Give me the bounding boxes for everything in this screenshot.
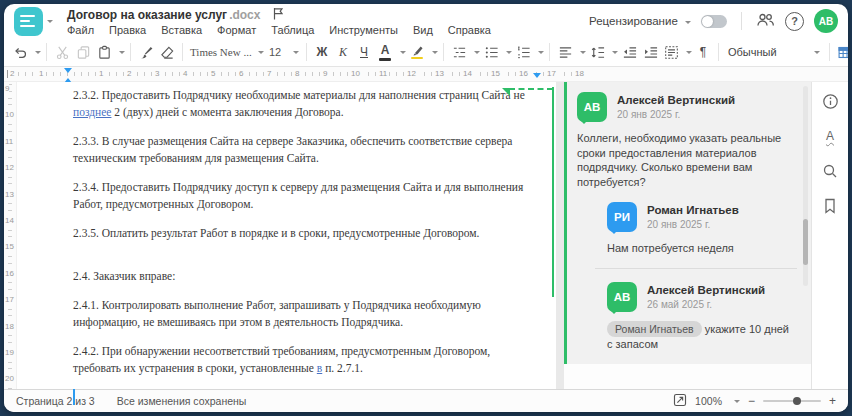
comment-author-avatar: АВ	[577, 92, 607, 122]
paragraph-settings-button[interactable]	[661, 40, 681, 64]
paragraph-style-select[interactable]: Обычный	[724, 42, 824, 62]
comment-thread-card[interactable]: АВ Алексей Вертинский 20 янв 2025 г. Кол…	[564, 82, 811, 364]
insert-table-button[interactable]	[835, 40, 848, 64]
zoom-value[interactable]: 100%	[695, 395, 722, 407]
help-icon[interactable]: ?	[785, 12, 804, 31]
increase-indent-button[interactable]	[640, 40, 660, 64]
highlight-color-button[interactable]	[407, 40, 427, 64]
menu-edit[interactable]: Правка	[109, 24, 146, 36]
p7-text-end: п. 2.7.1.	[322, 362, 363, 374]
main-area: 91011121314151617181920 2.3.2. Предостав…	[4, 82, 848, 389]
p1-text-end: 2 (двух) дней с момента заключения Догов…	[111, 106, 343, 118]
reply-author-avatar: РИ	[607, 202, 637, 232]
p1-inserted-text: позднее	[73, 106, 111, 118]
line-spacing-caret-icon[interactable]	[612, 51, 618, 57]
vertical-ruler: 91011121314151617181920	[4, 82, 17, 389]
bookmark-icon[interactable]	[819, 195, 841, 217]
font-color-button[interactable]: А	[375, 40, 395, 64]
paragraph-style-caret-icon	[814, 51, 820, 57]
undo-button[interactable]	[10, 40, 30, 64]
app-logo-icon[interactable]	[14, 7, 43, 36]
paragraph-style-value: Обычный	[728, 46, 777, 58]
paragraph-2-4-2[interactable]: 2.4.2. При обнаружении несоответствий тр…	[73, 343, 539, 377]
multilevel-list-caret-icon[interactable]	[474, 51, 480, 57]
mention-chip[interactable]: Роман Игнатьев	[607, 321, 702, 338]
comment-date: 20 янв 2025 г.	[617, 109, 735, 120]
menu-bar: Файл Правка Вставка Формат Таблица Инстр…	[67, 24, 491, 36]
copy-button[interactable]	[73, 40, 93, 64]
zoom-in-button[interactable]: +	[829, 394, 836, 408]
menu-view[interactable]: Вид	[413, 24, 433, 36]
font-size-select[interactable]: 12	[267, 42, 301, 62]
paragraph-2-3-2[interactable]: 2.3.2. Предоставить Подрядчику необходим…	[73, 87, 539, 121]
reply-author-name: Алексей Вертинский	[647, 284, 765, 296]
app-window: Договор на оказание услуг .docx Файл Пра…	[4, 4, 848, 412]
p1-text: 2.3.2. Предоставить Подрядчику необходим…	[73, 89, 525, 101]
reply-text: Нам потребуется неделя	[607, 241, 797, 256]
formatting-toolbar: Times New ... 12 Ж К Ч А	[4, 38, 848, 67]
comment-reply[interactable]: РИ Роман Игнатьев 20 янв 2025 г. Нам пот…	[607, 202, 797, 256]
review-toggle[interactable]	[701, 15, 727, 28]
align-caret-icon[interactable]	[580, 51, 586, 57]
font-color-caret-icon[interactable]	[400, 51, 406, 57]
numbered-list-caret-icon[interactable]	[538, 51, 544, 57]
comments-scrollbar-thumb[interactable]	[803, 219, 808, 265]
document-page[interactable]: 2.3.2. Предоставить Подрядчику необходим…	[17, 82, 556, 389]
reply-date: 26 май 2025 г.	[647, 299, 765, 310]
paragraph-2-3-3[interactable]: 2.3.3. В случае размещения Сайта на серв…	[73, 133, 539, 167]
bold-button[interactable]: Ж	[312, 40, 332, 64]
italic-button[interactable]: К	[333, 40, 353, 64]
underline-button[interactable]: Ч	[354, 40, 374, 64]
clear-style-button[interactable]	[157, 40, 177, 64]
logo-dropdown-caret-icon[interactable]	[47, 20, 53, 26]
review-mode-dropdown[interactable]: Рецензирование	[589, 15, 691, 27]
bullet-list-caret-icon[interactable]	[506, 51, 512, 57]
undo-caret-icon[interactable]	[35, 51, 41, 57]
right-indent-marker[interactable]	[533, 73, 541, 82]
zoom-caret-icon[interactable]	[734, 400, 740, 406]
collaboration-users-icon[interactable]	[756, 12, 775, 30]
paragraph-2-3-5[interactable]: 2.3.5. Оплатить результат Работ в порядк…	[73, 225, 539, 242]
numbered-list-button[interactable]	[513, 40, 533, 64]
reply-author-avatar: АВ	[607, 282, 637, 312]
cut-button[interactable]	[52, 40, 72, 64]
font-size-caret-icon	[293, 51, 299, 57]
menu-file[interactable]: Файл	[67, 24, 94, 36]
flag-icon[interactable]	[272, 7, 284, 23]
paste-button[interactable]	[94, 40, 114, 64]
paragraph-2-4[interactable]: 2.4. Заказчик вправе:	[73, 268, 539, 285]
paragraph-2-4-1[interactable]: 2.4.1. Контролировать выполнение Работ, …	[73, 297, 539, 331]
font-name-select[interactable]: Times New ...	[188, 42, 266, 62]
menu-tools[interactable]: Инструменты	[329, 24, 398, 36]
document-text[interactable]: 2.3.2. Предоставить Подрядчику необходим…	[73, 87, 539, 405]
paragraph-settings-caret-icon[interactable]	[686, 51, 692, 57]
menu-table[interactable]: Таблица	[271, 24, 314, 36]
fit-width-icon[interactable]	[673, 393, 687, 409]
paste-caret-icon[interactable]	[119, 51, 125, 57]
zoom-out-button[interactable]: −	[748, 394, 755, 408]
review-caret-icon	[685, 21, 691, 27]
line-spacing-button[interactable]	[587, 40, 607, 64]
format-painter-button[interactable]	[136, 40, 156, 64]
document-info-icon[interactable]	[819, 90, 841, 112]
comment-text: Коллеги, необходимо указать реальные сро…	[577, 131, 797, 189]
bullet-list-button[interactable]	[481, 40, 501, 64]
decrease-indent-button[interactable]	[619, 40, 639, 64]
paragraph-2-3-4[interactable]: 2.3.4. Предоставить Подрядчику доступ к …	[73, 179, 539, 213]
multilevel-list-button[interactable]	[449, 40, 469, 64]
highlight-caret-icon[interactable]	[432, 51, 438, 57]
show-paragraph-marks-button[interactable]: ¶	[693, 40, 713, 64]
reply-text: Роман Игнатьев укажите 10 дней с запасом	[607, 321, 797, 352]
user-avatar[interactable]: АВ	[814, 9, 838, 33]
menu-format[interactable]: Формат	[217, 24, 256, 36]
zoom-slider-thumb[interactable]	[793, 397, 801, 405]
comment-reply[interactable]: АВ Алексей Вертинский 26 май 2025 г. Ром…	[607, 282, 797, 352]
zoom-slider[interactable]	[763, 400, 821, 402]
menu-help[interactable]: Справка	[448, 24, 491, 36]
reply-author-name: Роман Игнатьев	[647, 204, 739, 216]
search-icon[interactable]	[819, 160, 841, 182]
menu-insert[interactable]: Вставка	[161, 24, 202, 36]
spellcheck-icon[interactable]: А	[819, 125, 841, 147]
comment-anchor-dashed-line	[509, 88, 553, 90]
align-left-button[interactable]	[555, 40, 575, 64]
